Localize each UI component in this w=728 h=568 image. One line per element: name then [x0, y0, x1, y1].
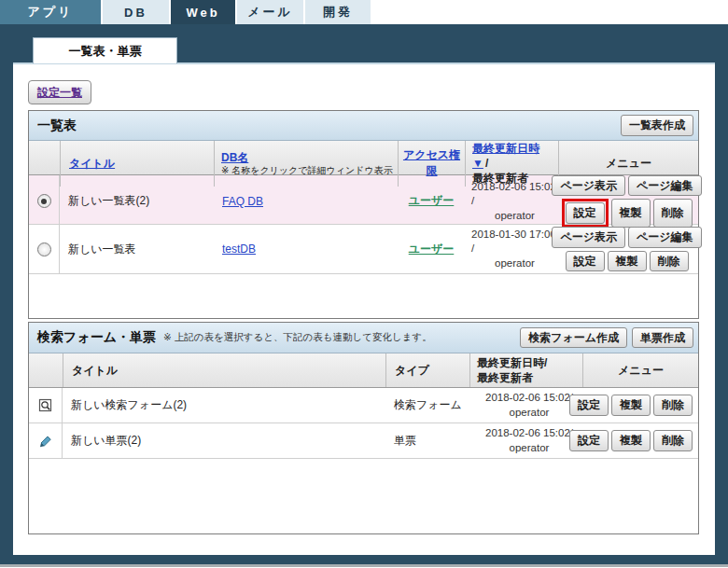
row-updated-cell: 2018-02-06 15:02 / operator [465, 175, 558, 228]
updated-header-line1: 最終更新日時/ [477, 355, 547, 370]
delete-button[interactable]: 削除 [650, 251, 689, 271]
create-single-form-button[interactable]: 単票作成 [632, 327, 693, 348]
row-updated-cell: 2018-02-06 15:02/ operator [469, 423, 582, 458]
list-table-title: 一覧表 [37, 118, 77, 134]
create-search-form-button[interactable]: 検索フォーム作成 [520, 327, 627, 348]
row-updated-cell: 2018-01-30 17:00 / operator [465, 225, 558, 273]
icon-column-header [29, 353, 63, 387]
create-list-table-button[interactable]: 一覧表作成 [621, 115, 693, 135]
settings-button[interactable]: 設定 [569, 395, 609, 415]
subtab-list-and-form[interactable]: 一覧表・単票 [33, 37, 177, 63]
red-highlight-box: 設定 [562, 199, 609, 227]
row-menu-cell: ページ表示 ページ編集 設定 複製 削除 [558, 175, 698, 228]
row-radio-unselected[interactable] [37, 242, 51, 256]
list-table-header-row: タイトル DB名 ※ 名称をクリックで詳細ウィンドウ表示 アクセス権限 最終更新… [29, 141, 698, 175]
copy-button[interactable]: 複製 [611, 395, 651, 415]
row-db-cell: FAQ DB [214, 175, 398, 228]
access-link[interactable]: ユーザー [409, 193, 455, 209]
updated-by: operator [510, 406, 550, 421]
form-panel-header: 検索フォーム・単票 ※ 上記の表を選択すると、下記の表も連動して変化します。 検… [29, 323, 698, 353]
tab-web[interactable]: Web [171, 0, 235, 24]
page-view-button[interactable]: ページ表示 [552, 227, 625, 247]
row-radio-cell [29, 225, 60, 273]
row-access-cell: ユーザー [398, 225, 465, 273]
delete-button[interactable]: 削除 [653, 395, 693, 415]
sort-updated-link[interactable]: 最終更新日時 ▼ [472, 142, 539, 170]
updated-header-slash: / [485, 157, 488, 170]
list-table-panel: 一覧表 一覧表作成 タイトル DB名 ※ 名称をクリックで詳細ウィンドウ表示 ア… [28, 110, 699, 319]
db-link[interactable]: testDB [222, 242, 256, 256]
tab-apps[interactable]: アプリ [0, 0, 101, 24]
row-updated-cell: 2018-02-06 15:02/ operator [469, 388, 582, 423]
row-title-cell: 新しい一覧表 [60, 225, 214, 273]
settings-button[interactable]: 設定 [569, 430, 609, 450]
db-link[interactable]: FAQ DB [222, 195, 263, 208]
form-panel-note: ※ 上記の表を選択すると、下記の表も連動して変化します。 [163, 331, 432, 344]
copy-button[interactable]: 複製 [611, 199, 651, 227]
single-form-icon [38, 434, 53, 449]
row-radio-selected[interactable] [37, 194, 51, 208]
row-icon-cell [29, 388, 63, 423]
updated-header-line2: 最終更新者 [477, 370, 533, 385]
settings-button[interactable]: 設定 [566, 251, 605, 271]
row-menu-cell: 設定 複製 削除 [582, 388, 698, 423]
form-table-empty-area [29, 459, 698, 529]
frame-shadow [0, 564, 728, 567]
updated-by: operator [510, 441, 550, 456]
tab-db[interactable]: DB [103, 0, 169, 24]
row-db-cell: testDB [214, 225, 398, 273]
page-edit-button[interactable]: ページ編集 [628, 175, 702, 196]
column-type: タイプ [385, 353, 469, 387]
column-title: タイトル [63, 353, 385, 387]
list-table-empty-area [29, 274, 698, 312]
tab-mail[interactable]: メール [237, 0, 303, 24]
delete-button[interactable]: 削除 [653, 199, 693, 227]
row-menu-cell: ページ表示 ページ編集 設定 複製 削除 [558, 225, 698, 273]
page-edit-button[interactable]: ページ編集 [628, 227, 702, 247]
row-radio-cell [29, 175, 60, 228]
updated-by: operator [495, 209, 535, 224]
search-form-icon [38, 398, 53, 413]
column-menu: メニュー [582, 353, 698, 387]
form-table-row: 新しい検索フォーム(2) 検索フォーム 2018-02-06 15:02/ op… [29, 388, 698, 423]
page-view-button[interactable]: ページ表示 [552, 175, 625, 196]
list-table-panel-header: 一覧表 一覧表作成 [29, 111, 698, 141]
sort-db-name-link[interactable]: DB名 [221, 150, 248, 165]
column-updated: 最終更新日時/ 最終更新者 [469, 353, 582, 387]
form-table-row: 新しい単票(2) 単票 2018-02-06 15:02/ operator 設… [29, 423, 698, 459]
list-table-row: 新しい一覧表 testDB ユーザー 2018-01-30 17:00 / op… [29, 225, 698, 274]
settings-list-label: 設定一覧 [37, 85, 82, 101]
settings-list-button[interactable]: 設定一覧 [28, 80, 91, 104]
tab-dev[interactable]: 開発 [305, 0, 371, 24]
list-table-row: 新しい一覧表(2) FAQ DB ユーザー 2018-02-06 15:02 /… [29, 175, 698, 225]
access-link[interactable]: ユーザー [409, 242, 455, 257]
delete-button[interactable]: 削除 [653, 430, 693, 450]
updated-header-line1: 最終更新日時 ▼/ [472, 141, 558, 171]
sort-title-link[interactable]: タイトル [69, 156, 115, 172]
updated-datetime: 2018-02-06 15:02 / [471, 180, 558, 209]
copy-button[interactable]: 複製 [611, 430, 651, 450]
row-title-cell: 新しい一覧表(2) [60, 175, 214, 228]
updated-by: operator [495, 256, 535, 271]
row-title-cell: 新しい単票(2) [63, 423, 385, 458]
form-table-header-row: タイトル タイプ 最終更新日時/ 最終更新者 メニュー [29, 353, 698, 388]
row-title-cell: 新しい検索フォーム(2) [63, 388, 385, 423]
row-type-cell: 検索フォーム [385, 388, 469, 423]
row-access-cell: ユーザー [398, 175, 465, 228]
row-type-cell: 単票 [385, 423, 469, 458]
updated-datetime: 2018-02-06 15:02/ [485, 426, 573, 441]
row-icon-cell [29, 423, 63, 458]
settings-button[interactable]: 設定 [566, 202, 605, 223]
copy-button[interactable]: 複製 [608, 251, 647, 271]
updated-datetime: 2018-02-06 15:02/ [485, 391, 573, 406]
updated-datetime: 2018-01-30 17:00 / [471, 228, 558, 256]
form-panel-title: 検索フォーム・単票 [37, 329, 156, 346]
row-menu-cell: 設定 複製 削除 [582, 423, 698, 458]
form-panel: 検索フォーム・単票 ※ 上記の表を選択すると、下記の表も連動して変化します。 検… [28, 322, 699, 534]
